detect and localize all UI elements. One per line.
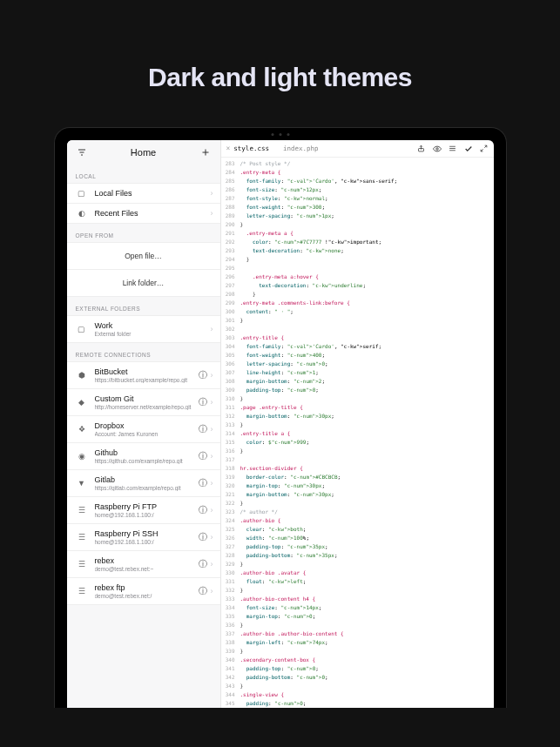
code-line: 301}: [221, 316, 494, 325]
device-camera: [271, 133, 289, 136]
code-line: 332}: [221, 586, 494, 595]
code-line: 306 letter-spacing: "c-num">0;: [221, 360, 494, 368]
code-line: 319 border-color: "c-num">#CBCBCB;: [221, 473, 494, 481]
preview-icon[interactable]: [433, 145, 442, 153]
sidebar: Home LOCAL ▢Local Files›◐Recent Files› O…: [67, 140, 221, 708]
expand-icon[interactable]: [480, 145, 489, 153]
sidebar-external-item[interactable]: ▢WorkExternal folder›: [67, 315, 220, 343]
code-line: 326 width: "c-num">100%;: [221, 534, 494, 542]
chevron-right-icon: ›: [211, 479, 213, 488]
code-line: 329}: [221, 560, 494, 569]
menu-icon[interactable]: [449, 145, 457, 153]
code-line: 321 margin-bottom: "c-num">30px;: [221, 490, 494, 499]
info-icon[interactable]: ⓘ: [199, 423, 207, 435]
filter-icon[interactable]: [76, 146, 88, 158]
add-icon[interactable]: [199, 146, 212, 158]
sidebar-local-item[interactable]: ◐Recent Files›: [67, 204, 220, 224]
code-line: 284.entry-meta {: [221, 168, 494, 177]
chevron-right-icon: ›: [211, 209, 213, 218]
code-area[interactable]: 283/* Post style */284.entry-meta {285 f…: [221, 158, 494, 708]
share-icon[interactable]: [417, 145, 426, 153]
chevron-right-icon: ›: [211, 506, 213, 515]
chevron-right-icon: ›: [211, 533, 213, 542]
editor-toolbar: [417, 145, 489, 153]
sidebar-remote-item[interactable]: ☰Raspberry Pi SSHhome@192.168.1.100:/ⓘ›: [67, 524, 220, 551]
svg-point-6: [435, 147, 438, 150]
editor-tab[interactable]: ×style.css: [226, 145, 269, 152]
info-icon[interactable]: ⓘ: [199, 450, 207, 462]
section-external-label: EXTERNAL FOLDERS: [67, 297, 220, 315]
info-icon[interactable]: ⓘ: [199, 585, 207, 597]
code-line: 318hr.section-divider {: [221, 464, 494, 473]
check-icon[interactable]: [464, 145, 473, 153]
close-icon[interactable]: ×: [226, 145, 231, 152]
gitlab-icon: ▼: [76, 479, 88, 488]
code-line: 303.entry-title {: [221, 333, 494, 342]
sidebar-remote-item[interactable]: ◆Custom Githttp://homeserver.net/example…: [67, 389, 220, 416]
item-subtitle: https://gitlab.com/example/repo.git: [95, 485, 199, 491]
section-remote-label: REMOTE CONNECTIONS: [67, 343, 220, 361]
code-line: 285 font-family: "c-val">'Cardo', "c-kw"…: [221, 177, 494, 185]
code-line: 341 padding-top: "c-num">0;: [221, 664, 494, 673]
info-icon[interactable]: ⓘ: [199, 396, 207, 408]
code-line: 327 padding-top: "c-num">35px;: [221, 542, 494, 551]
code-line: 288 font-weight: "c-num">300;: [221, 203, 494, 212]
sidebar-remote-item[interactable]: ☰Raspberry Pi FTPhome@192.168.1.100:/ⓘ›: [67, 497, 220, 524]
folder-icon: ▢: [76, 325, 88, 333]
item-title: Raspberry Pi FTP: [95, 502, 199, 511]
tab-label: style.css: [233, 145, 269, 152]
info-icon[interactable]: ⓘ: [199, 558, 207, 570]
code-line: 343}: [221, 682, 494, 690]
item-title: Raspberry Pi SSH: [95, 529, 199, 538]
code-line: 325 clear: "c-kw">both;: [221, 525, 494, 534]
info-icon[interactable]: ⓘ: [199, 531, 207, 543]
editor-tab[interactable]: index.php: [283, 145, 319, 152]
page-headline: Dark and light themes: [0, 0, 560, 127]
server-icon: ☰: [76, 533, 88, 542]
code-line: 316}: [221, 447, 494, 455]
sidebar-remote-item[interactable]: ❖DropboxAccount: James Kuronenⓘ›: [67, 416, 220, 443]
code-line: 336}: [221, 621, 494, 629]
chevron-right-icon: ›: [211, 587, 213, 596]
folder-icon: ▢: [76, 189, 88, 198]
item-subtitle: https://github.com/example/repo.git: [95, 458, 199, 464]
item-subtitle: home@192.168.1.100:/: [95, 539, 199, 545]
github-icon: ◉: [76, 452, 88, 461]
code-line: 331 float: "c-kw">left;: [221, 577, 494, 586]
sidebar-remote-item[interactable]: ◉Githubhttps://github.com/example/repo.g…: [67, 443, 220, 470]
code-line: 299.entry-meta .comments-link:before {: [221, 299, 494, 307]
sidebar-local-item[interactable]: ▢Local Files›: [67, 183, 220, 204]
svg-line-11: [481, 149, 483, 151]
info-icon[interactable]: ⓘ: [199, 504, 207, 516]
sidebar-remote-item[interactable]: ▼Gitlabhttps://gitlab.com/example/repo.g…: [67, 470, 220, 497]
code-line: 330.author-bio .avatar {: [221, 569, 494, 577]
item-subtitle: demo@test.rebex.net:~: [95, 566, 199, 572]
sidebar-remote-item[interactable]: ☰rebex ftpdemo@test.rebex.net:/ⓘ›: [67, 578, 220, 605]
item-title: rebex: [95, 556, 199, 565]
code-line: 289 letter-spacing: "c-num">1px;: [221, 212, 494, 220]
code-line: 295: [221, 264, 494, 273]
code-line: 322}: [221, 499, 494, 508]
dropbox-icon: ❖: [76, 425, 88, 434]
open-from-item[interactable]: Open file…: [67, 242, 220, 270]
info-icon[interactable]: ⓘ: [199, 369, 207, 381]
code-line: 340.secondary-content-box {: [221, 656, 494, 664]
open-from-item[interactable]: Link folder…: [67, 270, 220, 297]
code-line: 345 padding: "c-num">0;: [221, 699, 494, 708]
code-line: 338 margin-left: "c-num">74px;: [221, 638, 494, 647]
code-line: 328 padding-bottom: "c-num">35px;: [221, 551, 494, 560]
code-line: 320 margin-top: "c-num">30px;: [221, 481, 494, 490]
svg-line-10: [484, 145, 487, 148]
sidebar-remote-item[interactable]: ☰rebexdemo@test.rebex.net:~ⓘ›: [67, 551, 220, 578]
recent-icon: ◐: [76, 209, 88, 218]
info-icon[interactable]: ⓘ: [199, 477, 207, 489]
chevron-right-icon: ›: [211, 560, 213, 569]
code-line: 311.page .entry-title {: [221, 403, 494, 412]
item-subtitle: http://homeserver.net/example/repo.git: [95, 404, 199, 410]
code-line: 308 margin-bottom: "c-num">2;: [221, 377, 494, 386]
item-subtitle: home@192.168.1.100:/: [95, 512, 199, 518]
sidebar-remote-item[interactable]: ⬢BitBuckethttps://bitbucket.org/example/…: [67, 361, 220, 389]
chevron-right-icon: ›: [211, 425, 213, 434]
code-line: 287 font-style: "c-kw">normal;: [221, 194, 494, 203]
code-line: 309 padding-top: "c-num">0;: [221, 386, 494, 394]
